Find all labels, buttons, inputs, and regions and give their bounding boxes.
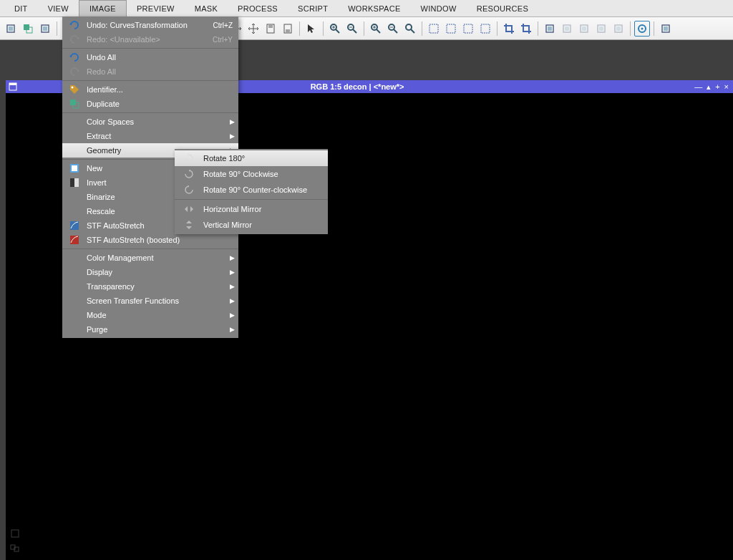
submenu-item-rotate-90-counter-clockwise[interactable]: Rotate 90° Counter-clockwise <box>175 182 328 198</box>
submenu-item-label: Horizontal Mirror <box>203 205 328 213</box>
submenu-item-rotate-180[interactable]: Rotate 180° <box>175 150 328 166</box>
page-right-icon[interactable] <box>280 21 296 37</box>
submenu-arrow-icon: ▶ <box>230 118 235 125</box>
toolbar-separator <box>630 21 631 36</box>
minimize-button[interactable]: — <box>694 82 702 92</box>
redo-arrow-icon <box>62 33 87 46</box>
marquee-icon[interactable] <box>426 21 442 37</box>
process-a-icon[interactable] <box>542 21 558 37</box>
menu-item-label: STF AutoStretch (boosted) <box>87 236 233 244</box>
shade-button[interactable]: ▴ <box>707 82 711 92</box>
menu-item-stf-autostretch-boosted[interactable]: STF AutoStretch (boosted) <box>62 233 238 247</box>
crop-apply-icon[interactable] <box>518 21 534 37</box>
menu-separator <box>62 112 238 113</box>
crop-icon[interactable] <box>501 21 517 37</box>
identity-icon[interactable] <box>634 21 650 37</box>
svg-rect-35 <box>481 24 490 33</box>
magnify-fit-icon[interactable] <box>402 21 418 37</box>
menu-dit[interactable]: DIT <box>4 0 38 16</box>
menu-item-transparency[interactable]: Transparency▶ <box>62 279 238 294</box>
svg-rect-59 <box>70 221 79 230</box>
process-c-icon[interactable] <box>576 21 592 37</box>
menu-script[interactable]: SCRIPT <box>288 0 338 16</box>
close-button[interactable]: × <box>724 82 729 92</box>
menu-item-label: Duplicate <box>87 100 233 108</box>
bl-icon-2[interactable] <box>10 543 20 553</box>
menu-process[interactable]: PROCESS <box>228 0 288 16</box>
window-buttons: — ▴ + × <box>694 82 733 92</box>
menu-item-screen-transfer-functions[interactable]: Screen Transfer Functions▶ <box>62 294 238 308</box>
menu-view[interactable]: VIEW <box>38 0 79 16</box>
menu-item-shortcut: Ctrl+Y <box>213 36 233 44</box>
menu-separator <box>62 48 238 49</box>
zoom-out-icon[interactable] <box>344 21 360 37</box>
svg-rect-57 <box>70 178 74 187</box>
bl-icon-1[interactable] <box>10 528 20 539</box>
magnify-out-icon[interactable] <box>385 21 401 37</box>
menu-workspace[interactable]: WORKSPACE <box>338 0 410 16</box>
menu-item-redo-all: Redo All <box>62 64 238 79</box>
menu-window[interactable]: WINDOW <box>411 0 467 16</box>
maximize-button[interactable]: + <box>715 82 719 92</box>
geometry-submenu: Rotate 180°Rotate 90° ClockwiseRotate 90… <box>175 149 328 234</box>
menu-item-label: Redo All <box>87 67 233 76</box>
menu-resources[interactable]: RESOURCES <box>467 0 538 16</box>
svg-rect-34 <box>464 24 472 33</box>
menu-item-label: Color Spaces <box>87 117 233 126</box>
menu-item-color-spaces[interactable]: Color Spaces▶ <box>62 115 238 129</box>
menu-image[interactable]: IMAGE <box>79 0 127 16</box>
menu-item-color-management[interactable]: Color Management▶ <box>62 251 238 265</box>
submenu-item-vertical-mirror[interactable]: Vertical Mirror <box>175 217 328 233</box>
menu-item-label: Screen Transfer Functions <box>87 296 233 305</box>
submenu-arrow-icon: ▶ <box>230 312 235 319</box>
submenu-arrow-icon: ▶ <box>230 297 235 304</box>
marquee-sub-icon[interactable] <box>460 21 476 37</box>
menu-item-duplicate[interactable]: Duplicate <box>62 97 238 111</box>
marquee-all-icon[interactable] <box>477 21 493 37</box>
menu-item-mode[interactable]: Mode▶ <box>62 308 238 322</box>
menu-item-extract[interactable]: Extract▶ <box>62 129 238 143</box>
process-d-icon[interactable] <box>593 21 609 37</box>
menu-item-identifier[interactable]: Identifier... <box>62 82 238 97</box>
svg-line-17 <box>336 29 339 33</box>
more-icon[interactable] <box>658 21 674 37</box>
zoom-in-icon[interactable] <box>327 21 343 37</box>
invert-icon <box>62 176 87 189</box>
svg-rect-1 <box>9 26 13 31</box>
svg-rect-39 <box>565 26 569 31</box>
blank <box>62 130 87 143</box>
submenu-arrow-icon: ▶ <box>230 269 235 276</box>
new-window-icon[interactable] <box>3 21 19 37</box>
process-e-icon[interactable] <box>611 21 626 37</box>
page-left-icon[interactable] <box>263 21 278 37</box>
menu-item-label: Color Management <box>87 254 233 262</box>
menu-mask[interactable]: MASK <box>185 0 228 16</box>
menu-item-label: Identifier... <box>87 85 233 94</box>
rotate-ccw-icon <box>175 183 203 196</box>
menu-item-undo-all[interactable]: Undo All <box>62 50 238 64</box>
mirror-h-icon <box>175 203 203 216</box>
menu-item-label: Undo: CurvesTransformation <box>87 21 208 29</box>
svg-line-31 <box>411 29 414 33</box>
menu-preview[interactable]: PREVIEW <box>127 0 185 16</box>
blank <box>62 115 87 128</box>
menu-separator <box>62 248 238 249</box>
duplicate-window-icon[interactable] <box>20 21 36 37</box>
stf-icon <box>62 219 87 232</box>
marquee-add-icon[interactable] <box>443 21 459 37</box>
submenu-item-horizontal-mirror[interactable]: Horizontal Mirror <box>175 201 328 217</box>
process-b-icon[interactable] <box>559 21 575 37</box>
menu-item-display[interactable]: Display▶ <box>62 265 238 279</box>
pointer-icon[interactable] <box>304 21 319 37</box>
menu-item-purge[interactable]: Purge▶ <box>62 322 238 337</box>
move-icon[interactable] <box>246 21 261 37</box>
toolbar-separator <box>323 21 324 36</box>
save-icon[interactable] <box>37 21 53 37</box>
submenu-item-rotate-90-clockwise[interactable]: Rotate 90° Clockwise <box>175 166 328 182</box>
svg-rect-33 <box>447 24 455 33</box>
blank <box>62 294 87 307</box>
svg-rect-58 <box>74 178 79 187</box>
menu-item-undo-curvestransformation[interactable]: Undo: CurvesTransformationCtrl+Z <box>62 18 238 32</box>
magnify-in-icon[interactable] <box>368 21 384 37</box>
svg-rect-45 <box>616 26 621 31</box>
